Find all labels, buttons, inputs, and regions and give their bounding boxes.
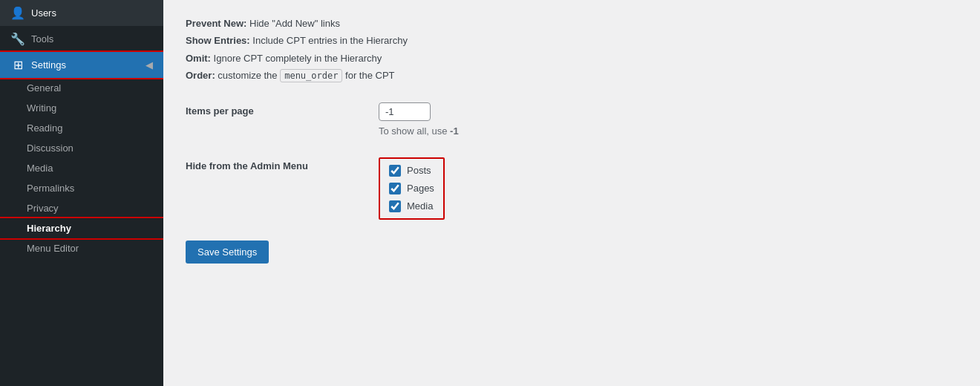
info-omit: Omit: Ignore CPT completely in the Hiera… [186, 50, 958, 67]
sidebar-item-label: Settings [31, 59, 66, 71]
menu-order-code: menu_order [280, 69, 342, 82]
main-content: Prevent New: Hide "Add New" links Show E… [163, 0, 980, 386]
save-settings-button[interactable]: Save Settings [186, 241, 269, 264]
hide-from-admin-label: Hide from the Admin Menu [186, 157, 364, 171]
submenu-hierarchy[interactable]: Hierarchy [0, 218, 163, 238]
checkbox-pages-label[interactable]: Pages [407, 183, 434, 194]
checkbox-pages-item: Pages [389, 183, 434, 194]
checkbox-media-item: Media [389, 200, 434, 212]
submenu-menu-editor[interactable]: Menu Editor [0, 238, 163, 258]
tools-icon: 🔧 [10, 32, 25, 46]
submenu-privacy[interactable]: Privacy [0, 198, 163, 218]
sidebar-item-users[interactable]: 👤 Users [0, 0, 163, 26]
checkbox-posts-label[interactable]: Posts [407, 165, 431, 176]
items-per-page-input[interactable] [379, 102, 431, 121]
submenu-general[interactable]: General [0, 78, 163, 98]
hide-from-admin-control: Posts Pages Media [379, 157, 958, 220]
items-per-page-row: Items per page To show all, use -1 [186, 102, 958, 137]
submenu-media[interactable]: Media [0, 158, 163, 178]
sidebar: 👤 Users 🔧 Tools ⊞ Settings ◀ General Wri… [0, 0, 163, 386]
submenu-writing[interactable]: Writing [0, 98, 163, 118]
hide-from-admin-row: Hide from the Admin Menu Posts Pages Med… [186, 157, 958, 220]
info-show-entries: Show Entries: Include CPT entries in the… [186, 32, 958, 49]
sidebar-item-tools[interactable]: 🔧 Tools [0, 26, 163, 52]
submenu-permalinks[interactable]: Permalinks [0, 178, 163, 198]
info-section: Prevent New: Hide "Add New" links Show E… [186, 15, 958, 85]
settings-icon: ⊞ [10, 58, 25, 72]
checkbox-pages[interactable] [389, 183, 401, 194]
sidebar-item-label: Tools [31, 33, 53, 45]
settings-submenu: General Writing Reading Discussion Media… [0, 78, 163, 258]
checkbox-media-label[interactable]: Media [407, 200, 433, 212]
checkbox-posts-item: Posts [389, 165, 434, 177]
info-order: Order: customize the menu_order for the … [186, 67, 958, 85]
submenu-discussion[interactable]: Discussion [0, 138, 163, 158]
checkbox-media[interactable] [389, 200, 401, 212]
checkbox-posts[interactable] [389, 165, 401, 177]
info-prevent-new: Prevent New: Hide "Add New" links [186, 15, 958, 32]
items-per-page-help: To show all, use -1 [379, 125, 958, 137]
hide-admin-checkbox-group: Posts Pages Media [379, 157, 445, 220]
save-section: Save Settings [186, 241, 958, 264]
arrow-icon: ◀ [146, 59, 153, 71]
users-icon: 👤 [10, 6, 25, 20]
sidebar-item-settings[interactable]: ⊞ Settings ◀ [0, 52, 163, 78]
submenu-reading[interactable]: Reading [0, 118, 163, 138]
items-per-page-label: Items per page [186, 102, 364, 117]
items-per-page-control: To show all, use -1 [379, 102, 958, 137]
sidebar-item-label: Users [31, 7, 56, 19]
